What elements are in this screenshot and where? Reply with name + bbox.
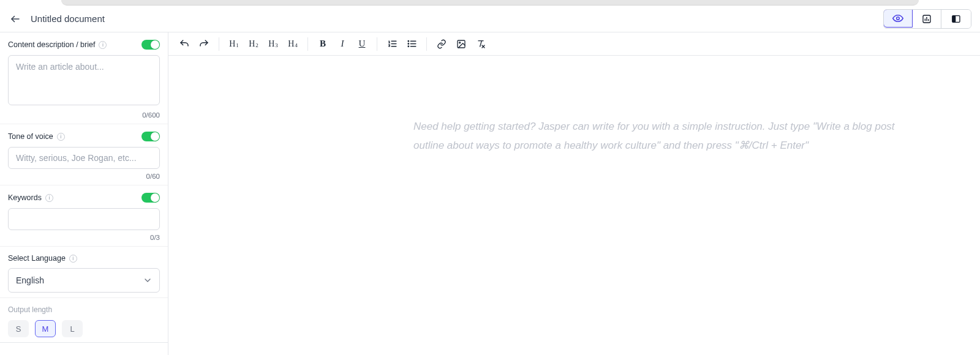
header-left: Untitled document bbox=[9, 12, 105, 26]
editor-toolbar: H1 H2 H3 H4 B I U bbox=[168, 32, 980, 56]
section-brief: Content description / brief i 0/600 bbox=[0, 32, 168, 124]
output-length-buttons: S M L bbox=[8, 320, 160, 337]
chevron-down-icon bbox=[143, 275, 153, 285]
keywords-label: Keywords bbox=[8, 193, 42, 202]
toolbar-divider bbox=[377, 37, 377, 51]
italic-button[interactable]: I bbox=[334, 36, 351, 53]
language-select[interactable]: English bbox=[8, 268, 160, 293]
section-head-tone: Tone of voice i bbox=[8, 132, 160, 141]
info-icon[interactable]: i bbox=[45, 194, 53, 202]
list-ordered-icon bbox=[387, 39, 398, 49]
view-split-button[interactable] bbox=[941, 10, 971, 28]
keywords-counter: 0/3 bbox=[8, 234, 160, 241]
tone-label: Tone of voice bbox=[8, 132, 53, 141]
h1-button[interactable]: H1 bbox=[225, 36, 243, 53]
h3-button[interactable]: H3 bbox=[265, 36, 282, 53]
keywords-input[interactable] bbox=[8, 208, 160, 230]
unordered-list-button[interactable] bbox=[403, 36, 420, 53]
brief-toggle[interactable] bbox=[141, 40, 160, 50]
undo-button[interactable] bbox=[176, 36, 193, 53]
length-l-button[interactable]: L bbox=[62, 320, 83, 337]
language-label: Select Language bbox=[8, 254, 66, 263]
tone-counter: 0/60 bbox=[8, 173, 160, 180]
h2-button[interactable]: H2 bbox=[245, 36, 262, 53]
section-head-brief: Content description / brief i bbox=[8, 40, 160, 50]
language-value: English bbox=[16, 275, 44, 285]
section-tone: Tone of voice i 0/60 bbox=[0, 124, 168, 185]
main: Content description / brief i 0/600 Tone… bbox=[0, 32, 980, 355]
section-language: Select Language i English bbox=[0, 247, 168, 298]
keywords-toggle[interactable] bbox=[141, 193, 160, 203]
info-icon[interactable]: i bbox=[69, 255, 77, 263]
redo-icon bbox=[198, 39, 209, 50]
undo-icon bbox=[179, 39, 190, 50]
ordered-list-button[interactable] bbox=[383, 36, 401, 53]
sidebar: Content description / brief i 0/600 Tone… bbox=[0, 32, 168, 355]
h4-button[interactable]: H4 bbox=[284, 36, 301, 53]
output-length-label: Output length bbox=[8, 305, 160, 314]
arrow-left-icon bbox=[10, 13, 21, 24]
header-right bbox=[883, 9, 971, 29]
browser-chrome-bar bbox=[61, 0, 919, 6]
length-m-button[interactable]: M bbox=[35, 320, 56, 337]
image-icon bbox=[456, 39, 466, 49]
svg-point-14 bbox=[408, 41, 409, 42]
view-mode-segmented bbox=[883, 9, 971, 29]
svg-point-18 bbox=[459, 42, 461, 43]
view-analytics-button[interactable] bbox=[912, 10, 941, 28]
eye-icon bbox=[892, 13, 903, 24]
toolbar-divider bbox=[219, 37, 219, 51]
brief-textarea[interactable] bbox=[8, 55, 160, 105]
brief-counter: 0/600 bbox=[8, 111, 160, 119]
info-icon[interactable]: i bbox=[57, 133, 65, 141]
editor-placeholder-hint: Need help getting started? Jasper can wr… bbox=[413, 117, 922, 155]
header: Untitled document bbox=[0, 6, 980, 32]
svg-point-16 bbox=[408, 46, 409, 47]
app-root: Untitled document Content descriptio bbox=[0, 6, 980, 355]
clear-format-button[interactable] bbox=[472, 36, 489, 53]
tone-toggle[interactable] bbox=[141, 132, 160, 141]
section-head-language: Select Language i bbox=[8, 254, 160, 263]
back-button[interactable] bbox=[9, 12, 22, 26]
list-unordered-icon bbox=[407, 39, 417, 49]
section-keywords: Keywords i 0/3 bbox=[0, 185, 168, 247]
section-head-keywords: Keywords i bbox=[8, 193, 160, 203]
document-title[interactable]: Untitled document bbox=[31, 13, 105, 24]
info-icon[interactable]: i bbox=[99, 41, 107, 49]
bold-button[interactable]: B bbox=[314, 36, 331, 53]
link-button[interactable] bbox=[433, 36, 450, 53]
brief-label: Content description / brief bbox=[8, 40, 95, 49]
svg-rect-7 bbox=[952, 15, 956, 22]
image-button[interactable] bbox=[453, 36, 470, 53]
link-icon bbox=[437, 39, 447, 49]
redo-button[interactable] bbox=[195, 36, 213, 53]
toolbar-divider bbox=[307, 37, 308, 51]
layout-sidebar-icon bbox=[951, 14, 961, 24]
svg-point-15 bbox=[408, 43, 409, 44]
toolbar-divider bbox=[426, 37, 427, 51]
view-focus-button[interactable] bbox=[883, 9, 913, 28]
bar-chart-icon bbox=[922, 14, 932, 24]
editor-canvas[interactable]: Need help getting started? Jasper can wr… bbox=[168, 56, 980, 355]
underline-button[interactable]: U bbox=[353, 36, 371, 53]
section-output-length: Output length S M L bbox=[0, 298, 168, 343]
editor: H1 H2 H3 H4 B I U bbox=[168, 32, 980, 355]
clear-formatting-icon bbox=[476, 39, 486, 49]
language-select-wrap: English bbox=[8, 268, 160, 293]
tone-input[interactable] bbox=[8, 147, 160, 169]
svg-point-1 bbox=[897, 17, 900, 20]
length-s-button[interactable]: S bbox=[8, 320, 29, 337]
